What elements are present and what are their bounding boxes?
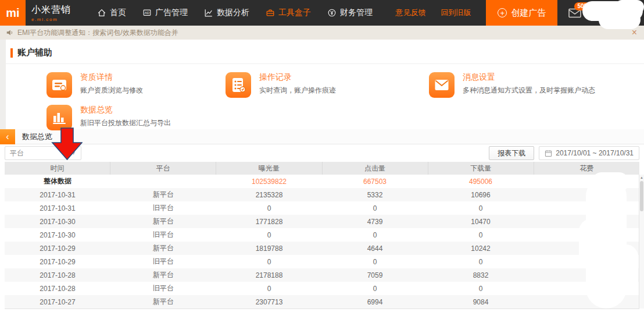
nav-item-finance[interactable]: 财务管理 (327, 8, 373, 18)
cell-downloads: 10242 (428, 244, 534, 253)
nav-label: 首页 (110, 8, 126, 18)
card-operation-record[interactable]: 操作记录 实时查询，账户操作痕迹 (226, 72, 336, 98)
cell-impressions: 1819788 (216, 244, 322, 253)
nav-label: 数据分析 (217, 8, 249, 18)
nav-item-home[interactable]: 首页 (97, 8, 126, 18)
license-icon (46, 72, 72, 98)
speaker-icon (6, 29, 14, 37)
table-header-row: 时间 平台 曝光量 点击量 下载量 花费 (5, 162, 639, 175)
card-desc: 账户资质浏览与修改 (80, 86, 143, 95)
cell-downloads: 10470 (428, 218, 534, 226)
cell-platform: 新平台 (110, 270, 216, 280)
report-download-button[interactable]: 报表下载 (489, 146, 534, 160)
breadcrumb-bar: ‹ 数据总览 (0, 129, 644, 144)
cell-platform: 新平台 (110, 190, 216, 200)
cell-downloads: 8832 (428, 271, 534, 279)
cell-impressions: 0 (216, 285, 322, 293)
data-overview-table: 时间 平台 曝光量 点击量 下载量 花费 整体数据102539822667503… (5, 162, 639, 309)
nav-item-data-analysis[interactable]: 数据分析 (204, 8, 249, 18)
cell-downloads: 0 (428, 231, 534, 239)
cell-time: 2017-10-29 (5, 258, 110, 266)
feedback-link[interactable]: 意见反馈 (395, 8, 425, 18)
create-ad-button[interactable]: + 创建广告 (486, 0, 557, 26)
brand-block: 小米营销 e.mi.com (31, 4, 71, 22)
mi-logo[interactable]: mi (0, 0, 26, 26)
cell-clicks: 0 (322, 231, 428, 239)
calendar-icon (545, 150, 552, 157)
account-menu[interactable]: 账户ID： 小米ID ∨ (593, 3, 642, 22)
back-button[interactable]: ‹ (0, 129, 15, 144)
table-row: 2017-10-28旧平台000 (5, 282, 639, 295)
table-body: 整体数据1025398226675034950062017-10-31新平台21… (5, 175, 639, 309)
orange-bar (10, 48, 13, 58)
left-gutter (0, 40, 6, 129)
cell-platform: 旧平台 (110, 283, 216, 293)
table-row: 2017-10-29旧平台000 (5, 255, 639, 268)
mi-id-label: 小米ID (609, 13, 632, 22)
header-downloads[interactable]: 下载量 (428, 162, 534, 175)
card-text: 消息设置 多种消息通知方式设置，及时掌握账户动态 (463, 72, 595, 95)
old-version-link[interactable]: 回到旧版 (441, 8, 471, 18)
card-message-settings[interactable]: 消息设置 多种消息通知方式设置，及时掌握账户动态 (429, 72, 595, 98)
cell-clicks: 667503 (322, 178, 428, 186)
plus-circle-icon: + (498, 8, 507, 17)
finance-icon (327, 8, 337, 17)
nav-item-toolbox[interactable]: 工具盒子 (266, 8, 311, 18)
helper-cards: 资质详情 账户资质浏览与修改 操作记录 实时查询，账户操作痕迹 消息设置 多种消… (6, 64, 644, 130)
scroll-up-icon[interactable]: ▲ (639, 175, 644, 180)
cell-impressions: 1771828 (216, 218, 322, 226)
header-impressions[interactable]: 曝光量 (216, 162, 322, 175)
cell-time: 2017-10-31 (5, 191, 110, 199)
platform-select[interactable]: 平台 ▼ (5, 146, 81, 160)
cell-clicks: 5332 (322, 191, 428, 199)
account-id-label: 账户ID： (609, 3, 632, 13)
date-range-picker[interactable]: 2017/10/01 ~ 2017/10/31 (539, 146, 639, 160)
breadcrumb-title: 数据总览 (22, 132, 52, 142)
main-nav: 首页 AD 广告管理 数据分析 工具盒子 财务管理 (97, 8, 373, 18)
filter-actions: 报表下载 2017/10/01 ~ 2017/10/31 (489, 146, 639, 160)
header-time[interactable]: 时间 (5, 162, 110, 175)
cell-platform: 新平台 (110, 297, 216, 307)
caret-down-icon: ▼ (71, 150, 76, 156)
announcement-bar: EMI平台功能调整通知：搜索词包/效果数据功能合并 × (0, 26, 644, 40)
top-navbar: mi 小米营销 e.mi.com 首页 AD 广告管理 数据分析 工具盒子 财务… (0, 0, 644, 26)
brand-domain: e.mi.com (31, 17, 71, 22)
cell-platform: 旧平台 (110, 257, 216, 267)
chart-icon (204, 8, 213, 17)
table-scrollbar[interactable]: ▲ (639, 175, 644, 309)
card-qualification-details[interactable]: 资质详情 账户资质浏览与修改 (46, 72, 143, 98)
card-text: 资质详情 账户资质浏览与修改 (80, 72, 143, 95)
close-icon[interactable]: × (632, 27, 637, 38)
cell-downloads: 0 (428, 258, 534, 266)
message-icon (429, 72, 455, 98)
scrollbar-thumb[interactable] (640, 181, 643, 211)
nav-label: 广告管理 (155, 8, 188, 18)
mi-logo-text: mi (6, 6, 19, 20)
card-title: 操作记录 (259, 72, 336, 83)
panel-header: 账户辅助 (6, 40, 644, 64)
card-desc: 新旧平台投放数据汇总与导出 (80, 118, 171, 128)
card-desc: 多种消息通知方式设置，及时掌握账户动态 (463, 86, 595, 95)
toolbox-icon (266, 8, 275, 17)
cell-downloads: 495006 (428, 178, 534, 186)
header-cost[interactable]: 花费 (534, 162, 639, 175)
cell-time: 2017-10-27 (5, 298, 110, 306)
unread-badge: 509 (574, 2, 590, 10)
messages-button[interactable]: 509 (568, 7, 582, 19)
card-data-overview[interactable]: 数据总览 新旧平台投放数据汇总与导出 (46, 105, 171, 130)
nav-item-ad-management[interactable]: AD 广告管理 (142, 8, 188, 18)
cell-platform: 新平台 (110, 217, 216, 226)
cell-platform: 新平台 (110, 243, 216, 253)
brand-name: 小米营销 (31, 4, 71, 16)
header-clicks[interactable]: 点击量 (323, 162, 428, 175)
cell-time: 整体数据 (5, 176, 110, 186)
cell-downloads: 9084 (428, 298, 534, 306)
header-platform[interactable]: 平台 (110, 162, 216, 175)
cell-impressions: 2135328 (216, 191, 322, 199)
ad-icon: AD (142, 8, 152, 17)
card-title: 资质详情 (80, 72, 143, 83)
filter-bar: 平台 ▼ 报表下载 2017/10/01 ~ 2017/10/31 (0, 144, 644, 162)
table-row: 2017-10-31旧平台000 (5, 201, 639, 215)
platform-select-value: 平台 (10, 148, 24, 158)
table-row: 2017-10-29新平台1819788464410242 (5, 242, 639, 255)
